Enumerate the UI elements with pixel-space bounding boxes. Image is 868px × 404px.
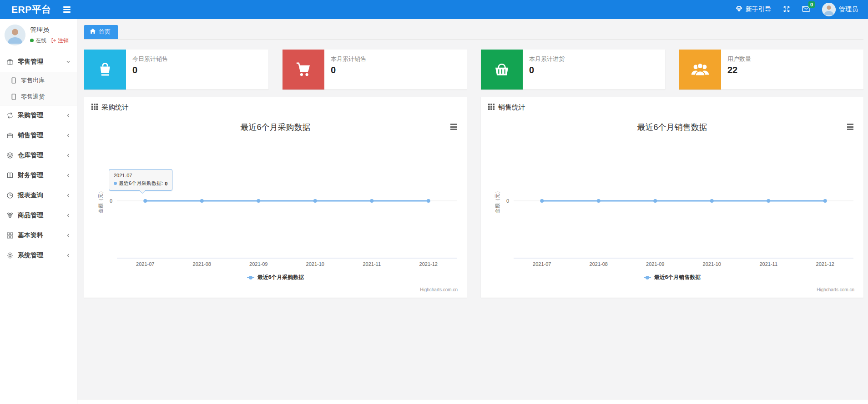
panel-sales-stats: 销售统计 最近6个月销售数据 2021-072021-082021-092021…: [481, 97, 863, 298]
sidebar-subitem-label: 零售出库: [21, 76, 45, 85]
svg-text:2021-11: 2021-11: [363, 261, 381, 267]
svg-text:2021-11: 2021-11: [759, 261, 777, 267]
top-header: ERP平台 新手引导 0: [0, 0, 868, 19]
home-icon: [90, 28, 96, 35]
stat-label: 本月累计销售: [331, 55, 366, 63]
sidebar-item-sales[interactable]: 销售管理: [0, 125, 77, 145]
chevron-left-icon: [66, 133, 71, 138]
stat-value: 22: [727, 65, 751, 75]
panel-title: 销售统计: [498, 103, 525, 112]
avatar: [822, 3, 836, 16]
svg-text:2021-10: 2021-10: [306, 261, 324, 267]
sidebar-item-basic-data[interactable]: 基本资料: [0, 225, 77, 245]
footer: [77, 399, 868, 404]
highcharts-credit-link[interactable]: Highcharts.com.cn: [420, 287, 458, 292]
svg-text:2021-09: 2021-09: [249, 261, 267, 267]
main-content: 首页 今日累计销售0本月累计销售0本月累计进货0用户数量22 采购统计 最近6个…: [77, 19, 868, 404]
sidebar-subitem-label: 零售退货: [21, 93, 45, 101]
legend-item[interactable]: 最近6个月销售数据: [487, 274, 857, 281]
chart-panels-row: 采购统计 最近6个月采购数据 2021-072021-082021-092021…: [84, 97, 863, 298]
panel-purchase-stats: 采购统计 最近6个月采购数据 2021-072021-082021-092021…: [84, 97, 467, 298]
online-status-dot: [30, 39, 34, 42]
sidebar-item-system[interactable]: 系统管理: [0, 245, 77, 265]
highcharts-credit-link[interactable]: Highcharts.com.cn: [817, 287, 854, 292]
sidebar-item-goods[interactable]: 商品管理: [0, 205, 77, 225]
tooltip-value: 0: [165, 181, 167, 186]
chevron-left-icon: [66, 113, 71, 118]
sidebar-item-finance[interactable]: 财务管理: [0, 165, 77, 185]
sidebar-item-purchase[interactable]: 采购管理: [0, 105, 77, 125]
legend-line-marker-icon: [247, 277, 254, 278]
messages-button[interactable]: 0: [802, 5, 810, 14]
sidebar-item-label: 系统管理: [18, 251, 62, 259]
tab-bar: 首页: [84, 25, 863, 40]
purchase-chart: 最近6个月采购数据 2021-072021-082021-092021-1020…: [91, 115, 460, 295]
stat-card-user-count: 用户数量22: [679, 50, 863, 90]
stat-cards-row: 今日累计销售0本月累计销售0本月累计进货0用户数量22: [84, 50, 863, 90]
stat-card-month-purchase: 本月累计进货0: [481, 50, 665, 90]
sales-chart: 最近6个月销售数据 2021-072021-082021-092021-1020…: [487, 115, 857, 295]
svg-text:2021-08: 2021-08: [590, 261, 608, 267]
avatar: [5, 25, 25, 45]
chart-plot: 2021-072021-082021-092021-102021-112021-…: [91, 115, 460, 295]
messages-count-badge: 0: [808, 1, 815, 8]
th-grid-icon: [91, 104, 98, 111]
sidebar-item-label: 零售管理: [18, 58, 62, 66]
chart-plot: 2021-072021-082021-092021-102021-112021-…: [487, 115, 857, 295]
svg-text:2021-07: 2021-07: [136, 261, 154, 267]
sidebar-user-panel: 管理员 在线 注销: [0, 19, 77, 52]
svg-text:2021-09: 2021-09: [646, 261, 664, 267]
sidebar-menu: 零售管理零售出库零售退货采购管理销售管理仓库管理财务管理报表查询商品管理基本资料…: [0, 52, 77, 265]
sidebar: 管理员 在线 注销 零售管理零售出库零售退货采购管理销售管理仓库管理财务管理报表…: [0, 19, 77, 404]
sidebar-item-label: 基本资料: [18, 231, 62, 239]
app-brand: ERP平台: [11, 3, 51, 16]
legend-item[interactable]: 最近6个月采购数据: [91, 274, 460, 281]
sidebar-item-label: 财务管理: [18, 171, 62, 180]
submenu-retail: 零售出库零售退货: [0, 72, 77, 105]
sidebar-subitem-retail-outbound[interactable]: 零售出库: [0, 72, 77, 89]
stat-card-month-sales: 本月累计销售0: [283, 50, 467, 90]
svg-text:金额（元）: 金额（元）: [495, 189, 500, 214]
guide-button[interactable]: 新手引导: [736, 5, 771, 14]
svg-text:0: 0: [110, 198, 112, 204]
tooltip-category: 2021-07: [114, 173, 167, 178]
header-user-menu[interactable]: 管理员: [822, 3, 858, 16]
sidebar-item-label: 销售管理: [18, 131, 62, 140]
sidebar-username: 管理员: [30, 26, 69, 34]
stat-label: 今日累计销售: [132, 55, 168, 63]
sidebar-item-warehouse[interactable]: 仓库管理: [0, 145, 77, 165]
stat-label: 本月累计进货: [529, 55, 565, 63]
chevron-down-icon: [66, 60, 71, 64]
chevron-left-icon: [66, 213, 71, 218]
tooltip-series: 最近6个月采购数据:: [119, 180, 163, 187]
series-dot-icon: [114, 182, 117, 185]
stat-card-today-sales: 今日累计销售0: [84, 50, 268, 90]
logout-label: 注销: [58, 37, 69, 45]
svg-text:2021-12: 2021-12: [419, 261, 438, 267]
logout-button[interactable]: 注销: [51, 37, 69, 45]
panel-title: 采购统计: [101, 103, 129, 112]
sidebar-item-label: 采购管理: [18, 111, 62, 120]
tab-home[interactable]: 首页: [84, 25, 118, 39]
svg-text:0: 0: [506, 198, 509, 204]
sidebar-item-label: 报表查询: [18, 191, 62, 200]
shopping-bag-icon: [84, 50, 126, 90]
users-icon: [679, 50, 721, 90]
sidebar-item-retail[interactable]: 零售管理: [0, 52, 77, 72]
svg-text:2021-08: 2021-08: [193, 261, 211, 267]
sidebar-toggle-icon[interactable]: [61, 4, 73, 15]
svg-text:2021-07: 2021-07: [533, 261, 551, 267]
tab-label: 首页: [99, 28, 111, 36]
stat-label: 用户数量: [727, 55, 751, 63]
svg-text:2021-10: 2021-10: [703, 261, 721, 267]
stat-value: 0: [529, 65, 565, 75]
sidebar-item-reports[interactable]: 报表查询: [0, 185, 77, 205]
sidebar-subitem-retail-return[interactable]: 零售退货: [0, 89, 77, 105]
gem-icon: [736, 5, 742, 14]
fullscreen-button[interactable]: [783, 5, 790, 14]
chevron-left-icon: [66, 153, 71, 158]
guide-label: 新手引导: [746, 5, 771, 14]
svg-text:金额（元）: 金额（元）: [98, 189, 103, 214]
shopping-cart-icon: [283, 50, 324, 90]
stat-value: 0: [331, 65, 366, 75]
